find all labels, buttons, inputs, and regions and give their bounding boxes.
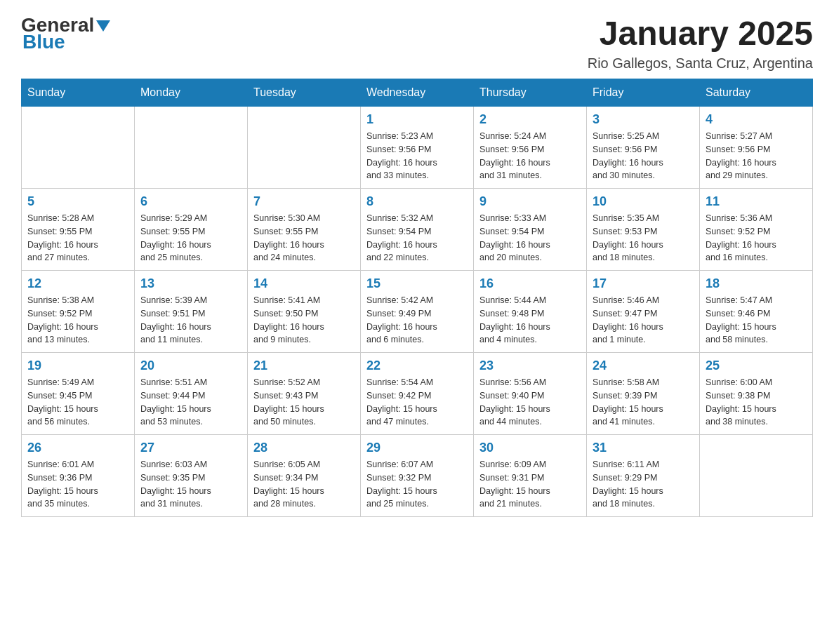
- week-row-2: 5Sunrise: 5:28 AM Sunset: 9:55 PM Daylig…: [22, 189, 813, 271]
- title-section: January 2025 Rio Gallegos, Santa Cruz, A…: [588, 14, 813, 72]
- day-number: 20: [140, 358, 241, 373]
- day-info: Sunrise: 6:11 AM Sunset: 9:29 PM Dayligh…: [593, 458, 694, 511]
- day-cell: 7Sunrise: 5:30 AM Sunset: 9:55 PM Daylig…: [248, 189, 361, 271]
- day-cell: 12Sunrise: 5:38 AM Sunset: 9:52 PM Dayli…: [22, 271, 135, 353]
- day-cell: 21Sunrise: 5:52 AM Sunset: 9:43 PM Dayli…: [248, 353, 361, 435]
- day-number: 27: [140, 441, 241, 455]
- day-cell: 8Sunrise: 5:32 AM Sunset: 9:54 PM Daylig…: [361, 189, 474, 271]
- day-number: 1: [366, 112, 468, 127]
- day-number: 9: [479, 194, 581, 209]
- day-number: 8: [366, 194, 468, 209]
- day-cell: 18Sunrise: 5:47 AM Sunset: 9:46 PM Dayli…: [700, 271, 813, 353]
- day-number: 5: [27, 194, 128, 209]
- day-info: Sunrise: 6:03 AM Sunset: 9:35 PM Dayligh…: [140, 458, 241, 511]
- week-row-4: 19Sunrise: 5:49 AM Sunset: 9:45 PM Dayli…: [22, 353, 813, 435]
- day-number: 21: [253, 358, 355, 373]
- day-number: 2: [479, 112, 581, 127]
- day-cell: [135, 107, 248, 189]
- day-cell: [700, 435, 813, 517]
- day-number: 14: [253, 276, 355, 291]
- day-number: 11: [706, 194, 807, 209]
- day-cell: 24Sunrise: 5:58 AM Sunset: 9:39 PM Dayli…: [587, 353, 700, 435]
- day-number: 6: [140, 194, 241, 209]
- day-cell: 31Sunrise: 6:11 AM Sunset: 9:29 PM Dayli…: [587, 435, 700, 517]
- day-cell: 10Sunrise: 5:35 AM Sunset: 9:53 PM Dayli…: [587, 189, 700, 271]
- day-cell: 30Sunrise: 6:09 AM Sunset: 9:31 PM Dayli…: [474, 435, 587, 517]
- day-cell: 6Sunrise: 5:29 AM Sunset: 9:55 PM Daylig…: [135, 189, 248, 271]
- day-info: Sunrise: 5:28 AM Sunset: 9:55 PM Dayligh…: [27, 212, 128, 264]
- month-title: January 2025: [588, 14, 813, 53]
- day-cell: 13Sunrise: 5:39 AM Sunset: 9:51 PM Dayli…: [135, 271, 248, 353]
- day-cell: [22, 107, 135, 189]
- day-cell: 4Sunrise: 5:27 AM Sunset: 9:56 PM Daylig…: [700, 107, 813, 189]
- day-info: Sunrise: 5:24 AM Sunset: 9:56 PM Dayligh…: [479, 130, 581, 182]
- day-number: 17: [593, 276, 694, 291]
- day-info: Sunrise: 5:47 AM Sunset: 9:46 PM Dayligh…: [706, 294, 807, 347]
- day-cell: 2Sunrise: 5:24 AM Sunset: 9:56 PM Daylig…: [474, 107, 587, 189]
- day-number: 3: [593, 112, 694, 127]
- day-info: Sunrise: 5:29 AM Sunset: 9:55 PM Dayligh…: [140, 212, 241, 264]
- day-number: 16: [479, 276, 581, 291]
- header-cell-saturday: Saturday: [700, 79, 813, 107]
- day-number: 13: [140, 276, 241, 291]
- day-number: 30: [479, 441, 581, 455]
- day-cell: 26Sunrise: 6:01 AM Sunset: 9:36 PM Dayli…: [22, 435, 135, 517]
- logo: General Blue: [21, 14, 111, 53]
- header-cell-friday: Friday: [587, 79, 700, 107]
- day-number: 18: [706, 276, 807, 291]
- day-number: 7: [253, 194, 355, 209]
- day-info: Sunrise: 5:23 AM Sunset: 9:56 PM Dayligh…: [366, 130, 468, 182]
- day-info: Sunrise: 5:33 AM Sunset: 9:54 PM Dayligh…: [479, 212, 581, 264]
- logo-blue: Blue: [21, 31, 65, 53]
- day-cell: 19Sunrise: 5:49 AM Sunset: 9:45 PM Dayli…: [22, 353, 135, 435]
- day-info: Sunrise: 6:09 AM Sunset: 9:31 PM Dayligh…: [479, 458, 581, 511]
- day-info: Sunrise: 5:54 AM Sunset: 9:42 PM Dayligh…: [366, 376, 468, 429]
- day-info: Sunrise: 6:05 AM Sunset: 9:34 PM Dayligh…: [253, 458, 355, 511]
- day-cell: 11Sunrise: 5:36 AM Sunset: 9:52 PM Dayli…: [700, 189, 813, 271]
- day-number: 12: [27, 276, 128, 291]
- day-number: 23: [479, 358, 581, 373]
- week-row-1: 1Sunrise: 5:23 AM Sunset: 9:56 PM Daylig…: [22, 107, 813, 189]
- day-info: Sunrise: 5:44 AM Sunset: 9:48 PM Dayligh…: [479, 294, 581, 347]
- day-info: Sunrise: 6:01 AM Sunset: 9:36 PM Dayligh…: [27, 458, 128, 511]
- week-row-5: 26Sunrise: 6:01 AM Sunset: 9:36 PM Dayli…: [22, 435, 813, 517]
- day-info: Sunrise: 5:56 AM Sunset: 9:40 PM Dayligh…: [479, 376, 581, 429]
- day-cell: 3Sunrise: 5:25 AM Sunset: 9:56 PM Daylig…: [587, 107, 700, 189]
- day-info: Sunrise: 5:27 AM Sunset: 9:56 PM Dayligh…: [706, 130, 807, 182]
- header-cell-monday: Monday: [135, 79, 248, 107]
- header-cell-sunday: Sunday: [22, 79, 135, 107]
- day-cell: 28Sunrise: 6:05 AM Sunset: 9:34 PM Dayli…: [248, 435, 361, 517]
- day-info: Sunrise: 5:52 AM Sunset: 9:43 PM Dayligh…: [253, 376, 355, 429]
- header-row: SundayMondayTuesdayWednesdayThursdayFrid…: [22, 79, 813, 107]
- day-cell: 20Sunrise: 5:51 AM Sunset: 9:44 PM Dayli…: [135, 353, 248, 435]
- day-info: Sunrise: 5:36 AM Sunset: 9:52 PM Dayligh…: [706, 212, 807, 264]
- day-cell: 27Sunrise: 6:03 AM Sunset: 9:35 PM Dayli…: [135, 435, 248, 517]
- day-cell: 22Sunrise: 5:54 AM Sunset: 9:42 PM Dayli…: [361, 353, 474, 435]
- day-cell: 9Sunrise: 5:33 AM Sunset: 9:54 PM Daylig…: [474, 189, 587, 271]
- day-cell: 23Sunrise: 5:56 AM Sunset: 9:40 PM Dayli…: [474, 353, 587, 435]
- day-info: Sunrise: 5:42 AM Sunset: 9:49 PM Dayligh…: [366, 294, 468, 347]
- day-info: Sunrise: 6:07 AM Sunset: 9:32 PM Dayligh…: [366, 458, 468, 511]
- day-number: 22: [366, 358, 468, 373]
- day-number: 31: [593, 441, 694, 455]
- svg-marker-0: [96, 20, 110, 32]
- day-number: 19: [27, 358, 128, 373]
- day-info: Sunrise: 5:49 AM Sunset: 9:45 PM Dayligh…: [27, 376, 128, 429]
- day-cell: 5Sunrise: 5:28 AM Sunset: 9:55 PM Daylig…: [22, 189, 135, 271]
- day-cell: 14Sunrise: 5:41 AM Sunset: 9:50 PM Dayli…: [248, 271, 361, 353]
- day-number: 24: [593, 358, 694, 373]
- calendar-table: SundayMondayTuesdayWednesdayThursdayFrid…: [21, 79, 813, 517]
- day-info: Sunrise: 5:46 AM Sunset: 9:47 PM Dayligh…: [593, 294, 694, 347]
- week-row-3: 12Sunrise: 5:38 AM Sunset: 9:52 PM Dayli…: [22, 271, 813, 353]
- location-title: Rio Gallegos, Santa Cruz, Argentina: [588, 55, 813, 72]
- day-info: Sunrise: 5:41 AM Sunset: 9:50 PM Dayligh…: [253, 294, 355, 347]
- day-number: 25: [706, 358, 807, 373]
- header-cell-thursday: Thursday: [474, 79, 587, 107]
- day-cell: 1Sunrise: 5:23 AM Sunset: 9:56 PM Daylig…: [361, 107, 474, 189]
- day-number: 29: [366, 441, 468, 455]
- day-cell: 17Sunrise: 5:46 AM Sunset: 9:47 PM Dayli…: [587, 271, 700, 353]
- day-cell: 16Sunrise: 5:44 AM Sunset: 9:48 PM Dayli…: [474, 271, 587, 353]
- day-info: Sunrise: 5:51 AM Sunset: 9:44 PM Dayligh…: [140, 376, 241, 429]
- day-info: Sunrise: 5:30 AM Sunset: 9:55 PM Dayligh…: [253, 212, 355, 264]
- day-info: Sunrise: 6:00 AM Sunset: 9:38 PM Dayligh…: [706, 376, 807, 429]
